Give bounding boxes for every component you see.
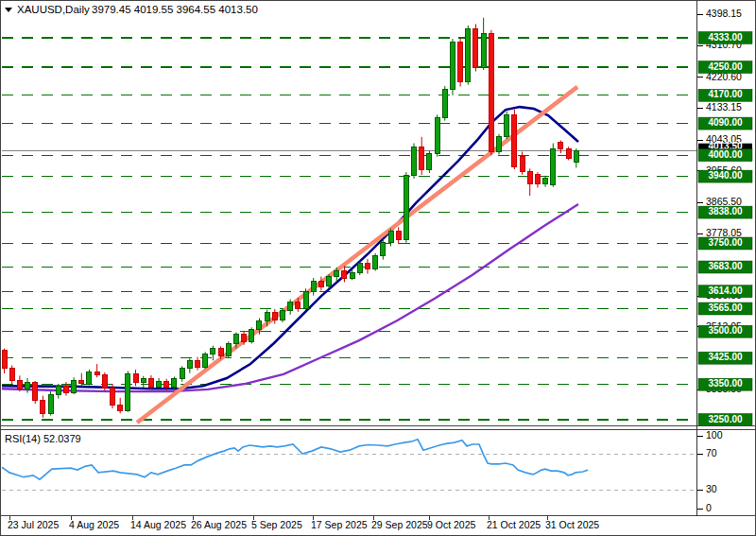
rsi-axis-label: 0 [706, 502, 712, 513]
candle-body-up [357, 263, 362, 272]
candle [373, 253, 378, 271]
candle-body-down [63, 387, 68, 393]
candle-body-up [126, 374, 130, 411]
candle-body-down [566, 148, 571, 158]
price-level-badge-label: 4170.00 [708, 89, 743, 99]
date-label: 5 Sep 2025 [251, 519, 302, 530]
candle [157, 378, 162, 389]
candle [187, 358, 192, 373]
candle-body-up [574, 150, 578, 163]
candle-body-down [558, 142, 563, 148]
price-chart-canvas[interactable]: 4398.154310.704220.604133.154043.053955.… [0, 0, 756, 536]
candle [48, 391, 53, 415]
candle-body-down [420, 147, 424, 170]
candle [442, 86, 447, 121]
rsi-axis-label: 30 [706, 483, 717, 494]
candle [56, 384, 60, 399]
candle-body-up [48, 394, 53, 413]
candle-body-down [2, 350, 7, 368]
candle-body-up [288, 302, 293, 310]
candle [280, 308, 284, 322]
date-label: 21 Oct 2025 [487, 519, 541, 530]
candle [512, 110, 517, 169]
candle [87, 370, 92, 385]
candle [527, 168, 532, 196]
candle [118, 398, 123, 413]
chart-window: 4398.154310.704220.604133.154043.053955.… [0, 0, 756, 536]
candle-body-down [218, 349, 223, 356]
candle [272, 309, 277, 324]
candle-body-up [303, 291, 308, 308]
candle [365, 259, 369, 274]
candle [72, 377, 77, 394]
candle [466, 26, 471, 85]
candle-body-up [265, 313, 269, 321]
price-level-badge-label: 3565.00 [708, 303, 743, 313]
symbol-title: XAUUSD,Daily [17, 4, 90, 15]
candle [126, 372, 130, 412]
trendline-layer [137, 87, 577, 423]
candle-body-up [404, 176, 408, 240]
price-level-badge-label: 3425.00 [708, 352, 743, 362]
candle [381, 239, 386, 260]
candle-body-up [381, 242, 386, 256]
candle [303, 288, 308, 309]
candle-body-down [527, 171, 532, 183]
rsi-axis-label: 100 [706, 429, 723, 441]
candle-body-up [187, 360, 192, 368]
candle-body-up [172, 379, 177, 388]
candle-body-down [272, 313, 277, 320]
rsi-panel: 10070300 [2, 429, 723, 513]
symbol-dropdown-icon[interactable] [5, 8, 12, 12]
time-axis: 23 Jul 20254 Aug 202514 Aug 202526 Aug 2… [8, 516, 599, 530]
candle-body-up [435, 118, 439, 154]
candle [226, 341, 231, 357]
candle-body-down [94, 372, 99, 374]
candle-body-up [72, 380, 77, 392]
candle-body-up [442, 89, 447, 118]
candle-body-up [280, 310, 284, 320]
axis-tick-label: 4398.15 [706, 8, 742, 19]
candle-body-up [481, 34, 486, 68]
candle-body-down [133, 374, 138, 383]
candle [396, 227, 401, 244]
price-level-badge-label: 3614.00 [708, 285, 743, 296]
candle [497, 134, 502, 155]
price-level-badge-label: 4000.00 [708, 149, 743, 160]
candle [412, 144, 417, 179]
candle [172, 376, 177, 389]
candle [148, 375, 153, 389]
candle-body-down [296, 302, 301, 308]
date-label: 23 Jul 2025 [8, 519, 59, 530]
date-label: 31 Oct 2025 [545, 519, 599, 530]
candle-body-down [41, 401, 45, 414]
candle-body-up [26, 382, 30, 389]
candle [180, 366, 184, 381]
candle [458, 37, 463, 86]
candle-body-up [450, 43, 455, 89]
candle-body-down [318, 281, 323, 286]
date-label: 17 Sep 2025 [311, 519, 368, 530]
candle [249, 327, 254, 343]
candle [404, 172, 408, 243]
candle-body-down [164, 381, 169, 388]
candle-body-up [551, 148, 556, 184]
candle-body-down [520, 156, 524, 171]
price-level-badge-label: 3838.00 [708, 206, 743, 216]
date-label: 14 Aug 2025 [130, 519, 186, 530]
candle-body-up [373, 256, 378, 268]
candle-body-up [505, 114, 509, 137]
candle-body-up [388, 232, 393, 242]
trendline[interactable] [137, 87, 577, 423]
right-price-axis: 4398.154310.704220.604133.154043.053955.… [697, 8, 752, 425]
candle [94, 364, 99, 377]
price-level-lines [2, 38, 696, 420]
price-level-badge-label: 3750.00 [708, 237, 743, 248]
candle [17, 375, 22, 391]
candle-body-up [157, 381, 162, 387]
date-label: 26 Aug 2025 [191, 519, 247, 530]
candle-body-down [489, 34, 493, 152]
candle-body-up [203, 354, 208, 368]
candle-body-down [512, 114, 517, 166]
candle-body-down [242, 335, 247, 342]
